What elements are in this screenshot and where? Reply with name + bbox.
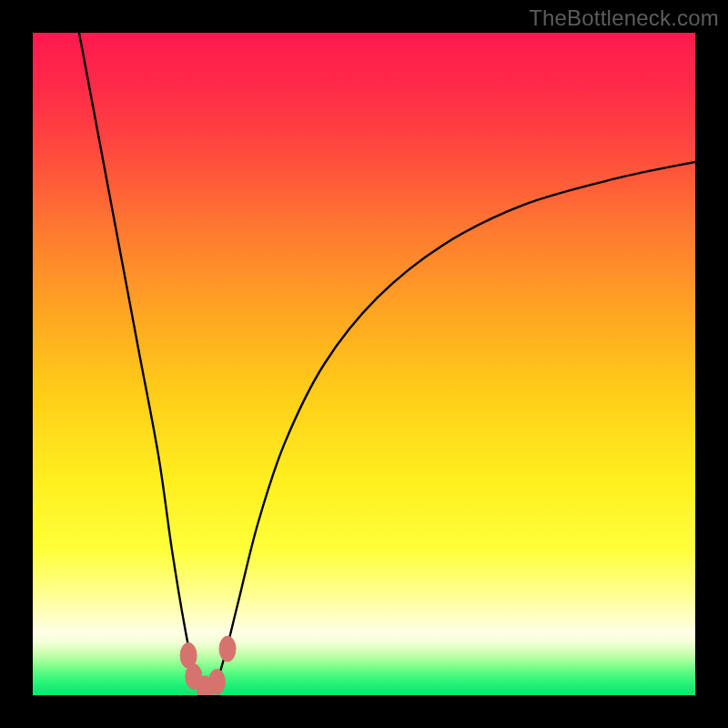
- bottleneck-curve: [79, 33, 695, 693]
- watermark-text: TheBottleneck.com: [529, 5, 719, 31]
- curve-layer: [33, 33, 695, 695]
- chart-frame: TheBottleneck.com: [0, 0, 728, 728]
- valley-markers: [180, 636, 236, 695]
- plot-area: [33, 33, 695, 695]
- valley-marker-right: [219, 636, 236, 662]
- valley-marker-mid3: [208, 669, 225, 694]
